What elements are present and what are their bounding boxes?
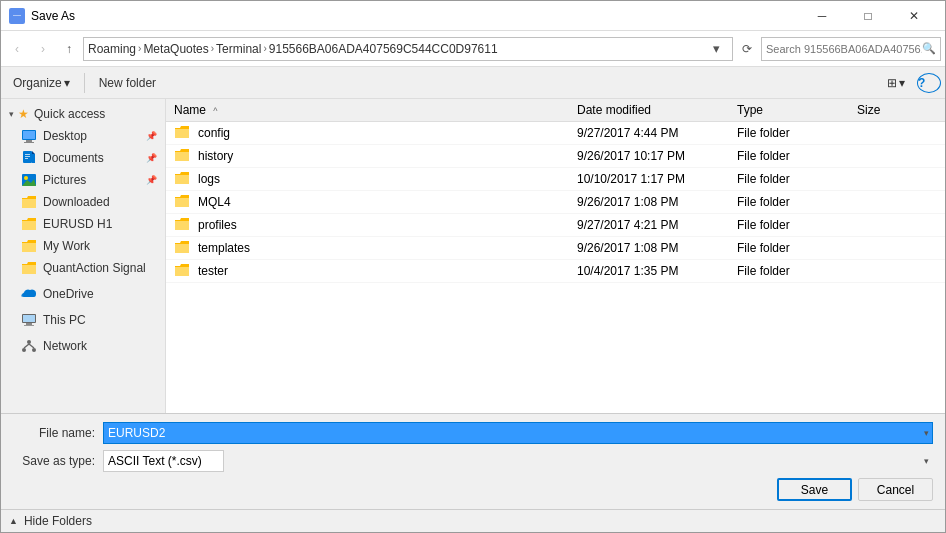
breadcrumb-guid[interactable]: 915566BA06ADA407569C544CC0D97611 [269, 42, 498, 56]
search-icon: 🔍 [922, 42, 936, 55]
window-icon [9, 8, 25, 24]
file-date-cell: 10/4/2017 1:35 PM [577, 264, 737, 278]
sidebar-item-pictures[interactable]: Pictures 📌 [1, 169, 165, 191]
view-button[interactable]: ⊞ ▾ [879, 71, 913, 95]
svg-line-24 [29, 344, 34, 348]
file-date-cell: 9/26/2017 1:08 PM [577, 241, 737, 255]
file-name-cell: profiles [174, 217, 577, 233]
breadcrumb-roaming[interactable]: Roaming [88, 42, 136, 56]
svg-point-21 [22, 348, 26, 352]
minimize-button[interactable]: ─ [799, 1, 845, 31]
documents-icon [21, 150, 37, 166]
search-bar[interactable]: 🔍 [761, 37, 941, 61]
desktop-icon [21, 128, 37, 144]
breadcrumb-items: Roaming › MetaQuotes › Terminal › 915566… [88, 42, 704, 56]
sidebar-item-desktop[interactable]: Desktop 📌 [1, 125, 165, 147]
folder-icon [174, 240, 190, 256]
sidebar-item-eurusd[interactable]: EURUSD H1 [1, 213, 165, 235]
header-name[interactable]: Name ^ [174, 103, 577, 117]
file-name-cell: logs [174, 171, 577, 187]
svg-rect-11 [25, 156, 30, 157]
sidebar-item-onedrive[interactable]: OneDrive [1, 283, 165, 305]
network-section: Network [1, 335, 165, 357]
savetype-row: Save as type: ASCII Text (*.csv) ▾ [13, 450, 933, 472]
file-type-cell: File folder [737, 149, 857, 163]
header-type[interactable]: Type [737, 103, 857, 117]
sidebar-item-downloaded[interactable]: Downloaded [1, 191, 165, 213]
filename-input[interactable] [103, 422, 933, 444]
savetype-select[interactable]: ASCII Text (*.csv) [103, 450, 224, 472]
folder-downloaded-icon [21, 194, 37, 210]
sidebar-item-thispc[interactable]: This PC [1, 309, 165, 331]
svg-rect-10 [25, 154, 30, 155]
file-date-cell: 9/27/2017 4:44 PM [577, 126, 737, 140]
back-button[interactable]: ‹ [5, 37, 29, 61]
table-row[interactable]: templates 9/26/2017 1:08 PM File folder [166, 237, 945, 260]
quick-access-header[interactable]: ▾ ★ Quick access [1, 103, 165, 125]
title-bar: Save As ─ □ ✕ [1, 1, 945, 31]
sidebar-item-quantaction[interactable]: QuantAction Signal [1, 257, 165, 279]
table-row[interactable]: history 9/26/2017 10:17 PM File folder [166, 145, 945, 168]
breadcrumb-bar[interactable]: Roaming › MetaQuotes › Terminal › 915566… [83, 37, 733, 61]
save-button[interactable]: Save [777, 478, 852, 501]
svg-line-23 [24, 344, 29, 348]
thispc-icon [21, 312, 37, 328]
sidebar-item-network[interactable]: Network [1, 335, 165, 357]
refresh-nav-button[interactable]: ⟳ [735, 37, 759, 61]
sidebar-item-documents[interactable]: Documents 📌 [1, 147, 165, 169]
forward-button[interactable]: › [31, 37, 55, 61]
bottom-bar: File name: ▾ Save as type: ASCII Text (*… [1, 413, 945, 509]
sidebar-item-mywork[interactable]: My Work [1, 235, 165, 257]
svg-point-20 [27, 340, 31, 344]
collapse-icon: ▾ [9, 109, 14, 119]
svg-rect-18 [26, 323, 32, 325]
svg-rect-2 [13, 15, 21, 16]
file-list-header[interactable]: Name ^ Date modified Type Size [166, 99, 945, 122]
savetype-label: Save as type: [13, 454, 103, 468]
table-row[interactable]: MQL4 9/26/2017 1:08 PM File folder [166, 191, 945, 214]
thispc-section: This PC [1, 309, 165, 331]
view-icon: ⊞ [887, 76, 897, 90]
file-name-cell: config [174, 125, 577, 141]
file-type-cell: File folder [737, 172, 857, 186]
up-button[interactable]: ↑ [57, 37, 81, 61]
pin-icon: 📌 [146, 153, 157, 163]
savetype-arrow-icon: ▾ [924, 456, 929, 466]
svg-rect-5 [24, 142, 34, 143]
folder-icon [174, 125, 190, 141]
breadcrumb-terminal[interactable]: Terminal [216, 42, 261, 56]
window-title: Save As [31, 9, 799, 23]
save-as-dialog: Save As ─ □ ✕ ‹ › ↑ Roaming › MetaQuotes… [0, 0, 946, 533]
hide-folders-bar[interactable]: ▲ Hide Folders [1, 509, 945, 532]
header-date[interactable]: Date modified [577, 103, 737, 117]
table-row[interactable]: profiles 9/27/2017 4:21 PM File folder [166, 214, 945, 237]
organize-button[interactable]: Organize ▾ [5, 71, 78, 95]
pictures-icon [21, 172, 37, 188]
svg-rect-1 [14, 11, 18, 13]
breadcrumb-metaquotes[interactable]: MetaQuotes [143, 42, 208, 56]
folder-icon [174, 171, 190, 187]
svg-marker-8 [32, 151, 35, 154]
help-button[interactable]: ? [917, 73, 941, 93]
close-button[interactable]: ✕ [891, 1, 937, 31]
address-bar: ‹ › ↑ Roaming › MetaQuotes › Terminal › … [1, 31, 945, 67]
file-name-cell: MQL4 [174, 194, 577, 210]
svg-point-14 [24, 176, 28, 180]
filename-row: File name: ▾ [13, 422, 933, 444]
refresh-button[interactable]: ▾ [704, 37, 728, 61]
header-size[interactable]: Size [857, 103, 937, 117]
table-row[interactable]: logs 10/10/2017 1:17 PM File folder [166, 168, 945, 191]
table-row[interactable]: config 9/27/2017 4:44 PM File folder [166, 122, 945, 145]
cancel-button[interactable]: Cancel [858, 478, 933, 501]
search-input[interactable] [766, 43, 922, 55]
onedrive-section: OneDrive [1, 283, 165, 305]
maximize-button[interactable]: □ [845, 1, 891, 31]
folder-icon [174, 263, 190, 279]
onedrive-icon [21, 286, 37, 302]
svg-rect-6 [23, 131, 35, 139]
table-row[interactable]: tester 10/4/2017 1:35 PM File folder [166, 260, 945, 283]
new-folder-button[interactable]: New folder [91, 71, 164, 95]
bottom-buttons: Save Cancel [13, 478, 933, 501]
file-date-cell: 9/27/2017 4:21 PM [577, 218, 737, 232]
file-date-cell: 10/10/2017 1:17 PM [577, 172, 737, 186]
